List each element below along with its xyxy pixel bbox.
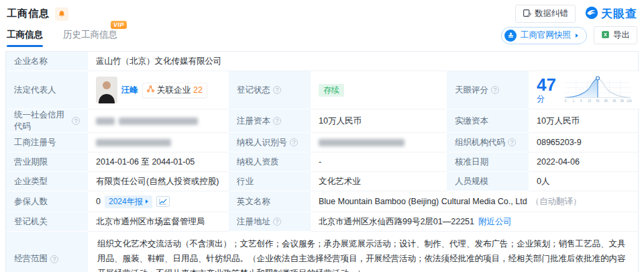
paid-capital-value: 10万人民币 bbox=[529, 109, 638, 133]
field-label: 纳税人资质 bbox=[229, 152, 311, 172]
status-date-subgrid: 登记状态 存续 成立日期 2014-01-06 bbox=[229, 71, 447, 109]
status-badge: 存续 bbox=[319, 84, 344, 97]
field-label: 核准日期 bbox=[447, 152, 529, 172]
field-label: 企业类型 bbox=[6, 172, 88, 191]
table-row-authority-address: 登记机关 北京市通州区市场监督管理局 注册地址 北京市通州区水仙西路99号2层0… bbox=[6, 212, 638, 232]
field-label: 登记机关 bbox=[6, 212, 88, 232]
table-row-business-scope: 经营范围 组织文化艺术交流活动（不含演出）；文艺创作；会议服务；承办展览展示活动… bbox=[6, 232, 638, 272]
help-icon[interactable] bbox=[273, 218, 281, 226]
svg-text:50: 50 bbox=[596, 99, 600, 102]
field-label: 经营范围 bbox=[6, 232, 88, 272]
field-label: 统一社会信用代码 bbox=[6, 109, 88, 133]
help-icon[interactable] bbox=[508, 138, 516, 146]
reg-address-cell: 北京市通州区水仙西路99号2层01—22251 附近公司 bbox=[311, 212, 638, 232]
redacted-text bbox=[96, 139, 171, 146]
network-icon bbox=[147, 85, 154, 95]
brand-eye-icon bbox=[585, 6, 598, 22]
tab-bar: 工商信息 历史工商信息 VIP 工商官网快照 导出 bbox=[0, 24, 644, 47]
table-row-insured-english: 参保人数 0 2024年报 英文名称 Blue Mountain Bamboo … bbox=[6, 191, 638, 212]
table-row-company-name: 企业名称 蓝山竹（北京）文化传媒有限公司 bbox=[6, 52, 638, 71]
nearby-companies-link[interactable]: 附近公司 bbox=[478, 216, 512, 228]
trend-chart-icon[interactable] bbox=[156, 196, 170, 207]
help-icon[interactable] bbox=[491, 86, 499, 94]
field-label: 纳税人识别号 bbox=[229, 133, 311, 152]
redacted-text bbox=[319, 139, 405, 146]
staff-size-value: 0人 bbox=[529, 172, 638, 191]
field-label: 登记状态 bbox=[229, 71, 311, 109]
arrow-right-icon bbox=[146, 199, 148, 203]
svg-text:99: 99 bbox=[621, 99, 625, 102]
field-label: 注册地址 bbox=[229, 212, 311, 232]
svg-text:0: 0 bbox=[565, 99, 567, 102]
annual-report-pill[interactable]: 2024年报 bbox=[105, 195, 152, 208]
org-code-value: 08965203-9 bbox=[529, 133, 638, 152]
tianyancha-logo[interactable]: 天眼查 bbox=[585, 6, 637, 22]
field-label: 行业 bbox=[229, 172, 311, 191]
reg-authority-value: 北京市通州区市场监督管理局 bbox=[88, 212, 229, 232]
reg-number-value bbox=[88, 133, 229, 152]
redacted-text bbox=[119, 118, 198, 125]
table-row-credit-capital: 统一社会信用代码 注册资本 10万人民币 实缴资本 10万人民币 bbox=[6, 109, 638, 133]
auto-translate-note: （自动翻译） bbox=[531, 196, 582, 208]
insured-count-cell: 0 2024年报 bbox=[88, 191, 229, 212]
export-button[interactable]: 导出 bbox=[594, 26, 637, 44]
field-label: 企业名称 bbox=[6, 52, 88, 71]
official-snapshot-button[interactable]: 工商官网快照 bbox=[501, 27, 587, 44]
company-name-value: 蓝山竹（北京）文化传媒有限公司 bbox=[88, 52, 638, 71]
related-companies-badge[interactable]: 关联企业 22 bbox=[142, 83, 207, 98]
business-term-value: 2014-01-06 至 2044-01-05 bbox=[88, 152, 229, 172]
page-title: 工商信息 bbox=[7, 7, 50, 20]
table-row-legal-rep: 法定代表人 汪峰 关联企业 22 登记状态 存续 bbox=[6, 71, 638, 109]
field-label: 营业期限 bbox=[6, 152, 88, 172]
vip-badge: VIP bbox=[111, 21, 127, 29]
field-label: 法定代表人 bbox=[6, 71, 88, 109]
tab-business-info[interactable]: 工商信息 bbox=[7, 29, 43, 47]
reg-capital-value: 10万人民币 bbox=[311, 109, 447, 133]
table-row-reg-numbers: 工商注册号 纳税人识别号 组织机构代码 08965203-9 bbox=[6, 133, 638, 152]
score-distribution-chart: 01 515 5085 9599 100 bbox=[563, 74, 633, 107]
legal-rep-cell: 汪峰 关联企业 22 bbox=[88, 71, 229, 109]
field-label: 组织机构代码 bbox=[447, 133, 529, 152]
reg-status-cell: 存续 bbox=[311, 71, 447, 109]
svg-text:5: 5 bbox=[580, 99, 582, 102]
help-icon[interactable] bbox=[290, 138, 298, 146]
arrow-right-icon bbox=[576, 34, 578, 38]
data-correction-button[interactable]: 数据纠错 bbox=[515, 5, 576, 23]
help-icon[interactable] bbox=[273, 86, 281, 94]
field-label: 实缴资本 bbox=[447, 109, 529, 133]
score-cell: 47分 bbox=[529, 71, 641, 109]
active-tab-underline bbox=[7, 45, 43, 47]
approval-date-value: 2022-04-06 bbox=[529, 152, 638, 172]
field-label: 注册资本 bbox=[229, 109, 311, 133]
section-header: 工商信息 数据纠错 天眼查 bbox=[0, 0, 644, 24]
tab-history-business-info[interactable]: 历史工商信息 VIP bbox=[63, 29, 117, 47]
taxpayer-quality-value: - bbox=[311, 152, 447, 172]
excel-icon bbox=[601, 30, 610, 41]
edit-doc-icon bbox=[523, 9, 531, 19]
field-label: 英文名称 bbox=[229, 191, 311, 212]
help-icon[interactable] bbox=[72, 117, 80, 125]
business-info-page: 工商信息 数据纠错 天眼查 工商信息 bbox=[0, 0, 644, 272]
svg-text:85: 85 bbox=[604, 99, 608, 102]
svg-text:100: 100 bbox=[627, 99, 632, 102]
help-icon[interactable] bbox=[273, 117, 281, 125]
field-label: 参保人数 bbox=[6, 191, 88, 212]
svg-text:1: 1 bbox=[572, 99, 574, 102]
redacted-text bbox=[96, 118, 115, 125]
taxpayer-id-value bbox=[311, 133, 447, 152]
svg-text:15: 15 bbox=[588, 99, 592, 102]
legal-rep-name-link[interactable]: 汪峰 bbox=[121, 85, 138, 96]
table-row-term-dates: 营业期限 2014-01-06 至 2044-01-05 纳税人资质 - 核准日… bbox=[6, 152, 638, 172]
field-label: 工商注册号 bbox=[6, 133, 88, 152]
field-label: 天眼评分 bbox=[447, 71, 529, 109]
industry-value: 文化艺术业 bbox=[311, 172, 447, 191]
svg-text:95: 95 bbox=[612, 99, 616, 102]
score-value: 47 bbox=[537, 75, 556, 95]
help-icon[interactable] bbox=[50, 255, 58, 263]
english-name-cell: Blue Mountain Bamboo (Beijing) Cultural … bbox=[311, 191, 638, 212]
field-label: 人员规模 bbox=[447, 172, 529, 191]
credit-code-value bbox=[88, 109, 229, 133]
legal-rep-photo[interactable] bbox=[96, 77, 117, 103]
bell-icon[interactable] bbox=[55, 7, 68, 21]
table-row-type-industry: 企业类型 有限责任公司(自然人投资或控股) 行业 文化艺术业 人员规模 0人 bbox=[6, 172, 638, 191]
